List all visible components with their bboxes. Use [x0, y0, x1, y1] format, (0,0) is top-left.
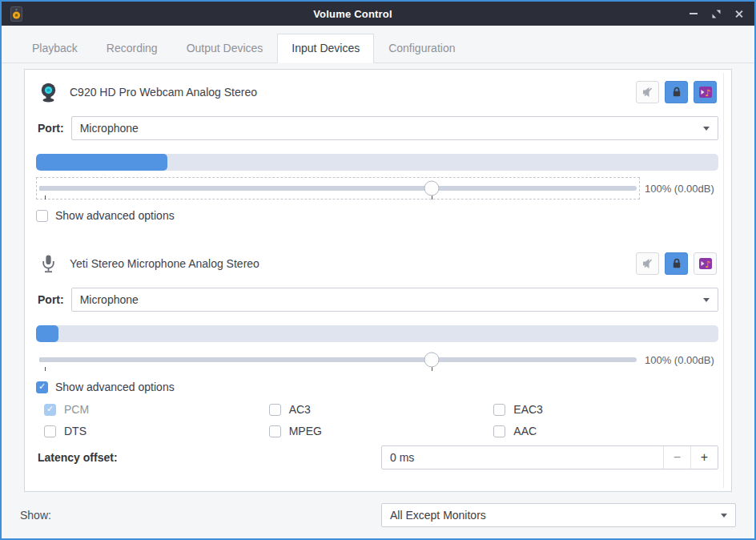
- close-icon: [734, 10, 743, 18]
- tab-configuration[interactable]: Configuration: [374, 34, 469, 63]
- format-checkbox-pcm: [44, 404, 56, 416]
- show-filter-select[interactable]: All Except Monitors: [381, 503, 736, 527]
- advanced-toggle-row: Show advanced options: [36, 209, 718, 222]
- latency-row: Latency offset: 0 ms − +: [36, 445, 718, 469]
- mute-button[interactable]: [636, 81, 659, 103]
- minimize-button[interactable]: [685, 5, 702, 22]
- format-label: MPEG: [289, 425, 322, 437]
- show-advanced-checkbox[interactable]: [36, 381, 48, 393]
- slider-track: [39, 357, 637, 362]
- peak-meter: [36, 154, 718, 171]
- tab-bar: PlaybackRecordingOutput DevicesInput Dev…: [2, 34, 754, 63]
- device-header: C920 HD Pro Webcam Analog Stereo: [36, 81, 718, 103]
- port-value: Microphone: [80, 122, 703, 135]
- port-label: Port:: [38, 293, 64, 306]
- lock-icon: [670, 257, 683, 270]
- peak-meter: [36, 325, 718, 342]
- device-buttons: ♪: [636, 252, 717, 275]
- format-item-eac3: EAC3: [493, 403, 718, 416]
- media-fallback-icon: ♪: [698, 256, 713, 271]
- muted-speaker-icon: [641, 86, 654, 99]
- port-row: Port: Microphone: [36, 116, 718, 140]
- slider-handle[interactable]: [424, 353, 439, 368]
- volume-value-label: 100% (0.00dB): [645, 183, 718, 195]
- show-advanced-label: Show advanced options: [55, 381, 175, 393]
- chevron-down-icon: [703, 298, 710, 302]
- restore-button[interactable]: [707, 5, 725, 22]
- webcam-icon: [38, 82, 59, 103]
- lock-channels-button[interactable]: [665, 252, 688, 275]
- show-advanced-checkbox[interactable]: [36, 210, 48, 222]
- device-name: Yeti Stereo Microphone Analog Stereo: [70, 257, 259, 270]
- tab-output-devices[interactable]: Output Devices: [172, 34, 278, 63]
- port-value: Microphone: [80, 293, 703, 306]
- fallback-device-button[interactable]: ♪: [694, 252, 717, 275]
- close-button[interactable]: [730, 5, 747, 22]
- format-item-pcm: PCM: [44, 403, 269, 416]
- formats-grid: PCMAC3EAC3DTSMPEGAAC: [44, 403, 718, 437]
- format-item-dts: DTS: [44, 425, 269, 437]
- tab-input-devices[interactable]: Input Devices: [277, 34, 374, 63]
- format-label: AAC: [513, 425, 537, 437]
- window-title: Volume Control: [24, 8, 682, 20]
- muted-speaker-icon: [641, 257, 654, 270]
- scrollbar-gutter: [723, 73, 724, 488]
- device-card-yeti: Yeti Stereo Microphone Analog Stereo: [36, 252, 718, 469]
- slider-tick-zero: [45, 367, 46, 371]
- volume-slider-row: 100% (0.00dB): [36, 177, 718, 199]
- decrement-button[interactable]: −: [663, 446, 690, 469]
- slider-track: [39, 186, 637, 191]
- port-select[interactable]: Microphone: [71, 288, 718, 312]
- restore-icon: [712, 10, 721, 18]
- peak-meter-fill: [36, 325, 58, 342]
- show-advanced-label: Show advanced options: [55, 209, 175, 222]
- device-separator: [36, 222, 718, 252]
- slider-handle[interactable]: [424, 181, 439, 196]
- format-label: EAC3: [513, 403, 543, 416]
- format-checkbox-dts[interactable]: [44, 425, 56, 437]
- input-devices-panel: C920 HD Pro Webcam Analog Stereo: [24, 69, 732, 492]
- volume-slider[interactable]: [36, 349, 640, 371]
- slider-tick-zero: [45, 195, 46, 199]
- content-area: C920 HD Pro Webcam Analog Stereo: [2, 63, 754, 492]
- latency-offset-spinbox[interactable]: 0 ms − +: [381, 445, 718, 469]
- format-label: AC3: [289, 403, 311, 416]
- chevron-down-icon: [721, 514, 727, 518]
- titlebar: Volume Control: [2, 2, 754, 26]
- lock-icon: [670, 86, 683, 99]
- format-checkbox-aac[interactable]: [493, 425, 505, 437]
- port-select[interactable]: Microphone: [71, 116, 718, 140]
- footer-bar: Show: All Except Monitors: [2, 492, 754, 538]
- format-label: DTS: [64, 425, 86, 437]
- volume-slider-row: 100% (0.00dB): [36, 349, 718, 371]
- port-label: Port:: [38, 122, 64, 135]
- volume-slider[interactable]: [36, 177, 640, 199]
- show-filter-label: Show:: [20, 509, 51, 522]
- port-row: Port: Microphone: [36, 288, 718, 312]
- fallback-device-button[interactable]: ♪: [694, 81, 717, 103]
- slider-tick-base: [432, 195, 432, 199]
- tab-recording[interactable]: Recording: [92, 34, 172, 63]
- peak-meter-fill: [36, 154, 167, 171]
- format-checkbox-mpeg[interactable]: [269, 425, 281, 437]
- lock-channels-button[interactable]: [665, 81, 688, 103]
- mute-button[interactable]: [636, 252, 659, 275]
- format-label: PCM: [64, 403, 89, 416]
- latency-offset-value: 0 ms: [382, 446, 663, 469]
- device-buttons: ♪: [636, 81, 717, 103]
- window-controls: [685, 5, 747, 22]
- device-card-webcam: C920 HD Pro Webcam Analog Stereo: [36, 81, 718, 222]
- svg-text:♪: ♪: [705, 259, 710, 270]
- format-checkbox-ac3[interactable]: [269, 404, 281, 416]
- tab-playback[interactable]: Playback: [18, 34, 92, 63]
- increment-button[interactable]: +: [690, 446, 718, 469]
- device-header: Yeti Stereo Microphone Analog Stereo: [36, 252, 718, 275]
- slider-tick-base: [432, 367, 432, 371]
- format-checkbox-eac3[interactable]: [493, 404, 505, 416]
- chevron-down-icon: [703, 127, 710, 131]
- show-filter-value: All Except Monitors: [390, 509, 721, 522]
- svg-text:♪: ♪: [705, 87, 710, 99]
- device-name: C920 HD Pro Webcam Analog Stereo: [70, 86, 257, 99]
- media-fallback-icon: ♪: [698, 85, 713, 99]
- advanced-toggle-row: Show advanced options: [36, 381, 718, 393]
